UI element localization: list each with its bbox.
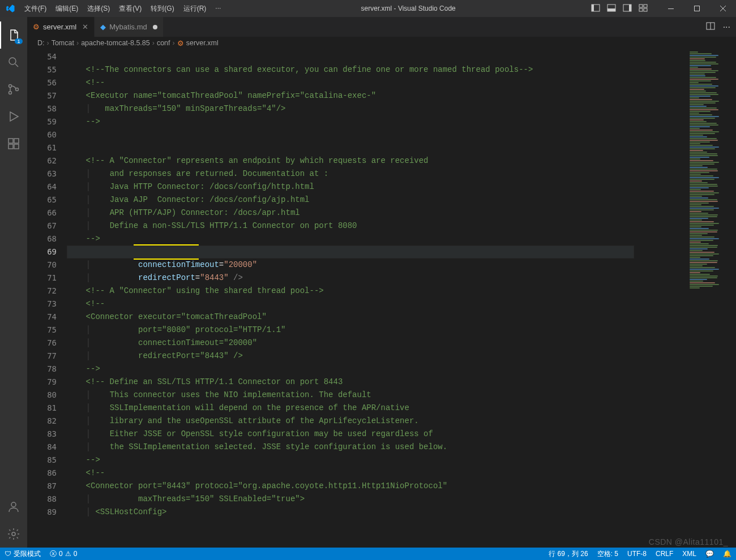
watermark: CSDN @Alita11101_ xyxy=(649,537,728,546)
eol[interactable]: CRLF xyxy=(651,548,678,560)
tab-label: Mybatis.md xyxy=(109,23,147,31)
shield-icon: 🛡 xyxy=(5,550,11,558)
status-bar: 🛡 受限模式 ⓧ0 ⚠0 行 69，列 26 空格: 5 UTF-8 CRLF … xyxy=(0,548,736,560)
menu-run[interactable]: 运行(R) xyxy=(179,4,211,14)
svg-rect-6 xyxy=(639,5,643,7)
tab-mybatis-md[interactable]: ◆ Mybatis.md xyxy=(95,17,163,37)
crumb: ⚙ server.xml xyxy=(177,39,219,48)
xml-file-icon: ⚙ xyxy=(177,39,184,48)
run-debug-icon[interactable] xyxy=(0,103,27,130)
explorer-badge: 1 xyxy=(15,38,23,44)
title-bar: 文件(F) 编辑(E) 选择(S) 查看(V) 转到(G) 运行(R) ··· … xyxy=(0,0,736,17)
settings-gear-icon[interactable] xyxy=(0,520,27,548)
menu-go[interactable]: 转到(G) xyxy=(146,4,178,14)
code-content[interactable]: <!--The connectors can use a shared exec… xyxy=(67,49,685,548)
activity-bar: 1 xyxy=(0,17,27,548)
source-control-icon[interactable] xyxy=(0,76,27,103)
customize-layout-icon[interactable] xyxy=(639,3,648,14)
svg-rect-5 xyxy=(629,5,631,11)
minimap[interactable] xyxy=(685,49,736,548)
editor-body[interactable]: 5455565758596061626364656667686970717273… xyxy=(27,49,736,548)
svg-point-13 xyxy=(9,85,12,88)
language-mode[interactable]: XML xyxy=(678,548,701,560)
encoding[interactable]: UTF-8 xyxy=(623,548,651,560)
error-icon: ⓧ xyxy=(50,549,57,559)
svg-rect-16 xyxy=(8,139,13,143)
notifications-icon[interactable]: 🔔 xyxy=(718,548,736,560)
accounts-icon[interactable] xyxy=(0,493,27,520)
dirty-indicator-icon xyxy=(153,25,157,29)
svg-rect-9 xyxy=(644,8,647,11)
indentation[interactable]: 空格: 5 xyxy=(593,548,623,560)
more-actions-icon[interactable]: ··· xyxy=(723,22,730,32)
svg-point-12 xyxy=(9,58,16,64)
problems[interactable]: ⓧ0 ⚠0 xyxy=(45,548,82,560)
window-title: server.xml - Visual Studio Code xyxy=(225,5,591,12)
xml-file-icon: ⚙ xyxy=(33,23,40,31)
warning-icon: ⚠ xyxy=(65,550,71,558)
toggle-primary-sidebar-icon[interactable] xyxy=(591,3,600,14)
svg-rect-8 xyxy=(639,8,643,11)
svg-point-20 xyxy=(11,502,16,507)
crumb: Tomcat xyxy=(52,39,74,47)
editor-tabs: ⚙ server.xml ✕ ◆ Mybatis.md ··· xyxy=(27,17,736,37)
toggle-panel-icon[interactable] xyxy=(607,3,616,14)
crumb: conf xyxy=(157,39,170,47)
minimize-button[interactable] xyxy=(658,0,684,17)
vscode-logo-icon xyxy=(0,3,20,14)
svg-rect-17 xyxy=(8,144,13,149)
svg-rect-1 xyxy=(592,5,594,11)
search-icon[interactable] xyxy=(0,49,27,76)
menu-file[interactable]: 文件(F) xyxy=(20,4,51,14)
svg-rect-7 xyxy=(644,5,647,7)
restricted-mode[interactable]: 🛡 受限模式 xyxy=(0,548,45,560)
close-icon[interactable]: ✕ xyxy=(82,23,88,31)
cursor-position[interactable]: 行 69，列 26 xyxy=(544,548,592,560)
crumb: D: xyxy=(37,39,45,47)
feedback-icon[interactable]: 💬 xyxy=(701,548,718,560)
svg-rect-11 xyxy=(695,6,700,11)
menu-selection[interactable]: 选择(S) xyxy=(83,4,114,14)
close-button[interactable] xyxy=(710,0,736,17)
svg-point-14 xyxy=(9,92,12,94)
split-editor-icon[interactable] xyxy=(706,21,715,33)
svg-rect-18 xyxy=(14,144,19,149)
explorer-icon[interactable]: 1 xyxy=(0,21,27,49)
toggle-secondary-sidebar-icon[interactable] xyxy=(623,3,632,14)
menu-bar: 文件(F) 编辑(E) 选择(S) 查看(V) 转到(G) 运行(R) ··· xyxy=(20,4,225,14)
markdown-file-icon: ◆ xyxy=(100,23,106,31)
extensions-icon[interactable] xyxy=(0,130,27,157)
tab-server-xml[interactable]: ⚙ server.xml ✕ xyxy=(27,17,95,37)
tab-label: server.xml xyxy=(43,23,76,31)
crumb: apache-tomcat-8.5.85 xyxy=(81,39,150,47)
line-gutter: 5455565758596061626364656667686970717273… xyxy=(27,49,67,548)
svg-rect-3 xyxy=(607,8,615,11)
svg-point-21 xyxy=(12,532,15,536)
menu-edit[interactable]: 编辑(E) xyxy=(51,4,83,14)
maximize-button[interactable] xyxy=(684,0,710,17)
breadcrumbs[interactable]: D:› Tomcat› apache-tomcat-8.5.85› conf› … xyxy=(27,37,736,49)
layout-controls xyxy=(591,3,648,14)
svg-rect-19 xyxy=(14,139,19,143)
svg-rect-10 xyxy=(668,8,674,9)
menu-view[interactable]: 查看(V) xyxy=(114,4,146,14)
menu-more[interactable]: ··· xyxy=(211,4,225,14)
